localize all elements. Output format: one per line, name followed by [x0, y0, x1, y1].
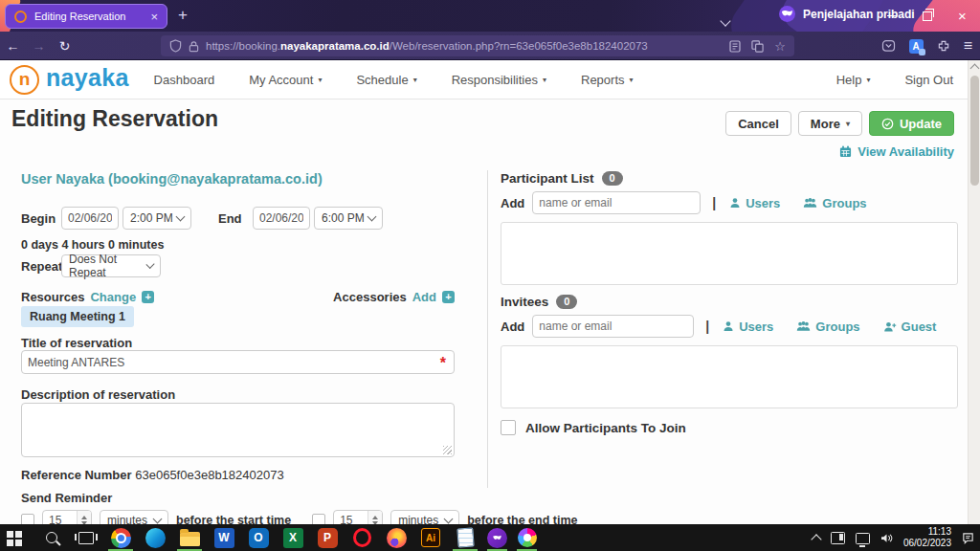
change-resources-link[interactable]: Change: [90, 290, 136, 304]
close-button[interactable]: ×: [945, 0, 980, 32]
plus-square-icon[interactable]: +: [442, 291, 455, 303]
begin-date-input[interactable]: [61, 207, 119, 230]
participant-users-link[interactable]: Users: [729, 196, 780, 210]
extension-puzzle-icon[interactable]: [937, 39, 950, 53]
resize-grip-icon[interactable]: [443, 446, 452, 454]
more-button[interactable]: More▾: [798, 111, 862, 136]
taskbar-firefox[interactable]: [379, 524, 413, 551]
allow-join-checkbox[interactable]: [501, 420, 516, 435]
url-text[interactable]: https://booking.nayakapratama.co.id/Web/…: [206, 40, 723, 52]
reminder-end-stepper[interactable]: 15: [333, 510, 383, 524]
network-icon[interactable]: [856, 533, 870, 544]
nav-item-help[interactable]: Help▾: [836, 73, 871, 87]
nav-item-schedule[interactable]: Schedule▾: [356, 73, 416, 87]
taskbar-clock[interactable]: 11:13 06/02/2023: [903, 526, 951, 549]
tab-title: Editing Reservation: [34, 11, 143, 22]
start-button[interactable]: [0, 524, 34, 551]
duration-text: 0 days 4 hours 0 minutes: [21, 238, 164, 252]
back-icon[interactable]: ←: [0, 38, 26, 54]
description-textarea[interactable]: [21, 403, 455, 457]
new-tab-button[interactable]: +: [178, 5, 188, 26]
lock-icon[interactable]: [189, 40, 199, 53]
participant-add-row: Add | Users Groups: [501, 191, 958, 214]
update-button[interactable]: Update: [869, 111, 954, 136]
end-date-input[interactable]: [253, 207, 310, 230]
users-group-icon: [803, 197, 817, 209]
bookmark-star-icon[interactable]: ☆: [774, 40, 786, 53]
nav-item-dashboard[interactable]: Dashboard: [154, 73, 215, 87]
hamburger-menu-icon[interactable]: ≡: [964, 38, 972, 54]
allow-join-label: Allow Participants To Join: [525, 421, 686, 435]
invitee-guest-link[interactable]: Guest: [883, 320, 937, 334]
taskbar-search-button[interactable]: [34, 524, 69, 551]
scrollbar-up-arrow-icon[interactable]: [970, 64, 980, 74]
reminder-start-unit-select[interactable]: minutes: [100, 510, 168, 524]
tab-list-chevron-icon[interactable]: [722, 11, 730, 20]
repeat-label: Repeat: [21, 259, 61, 274]
taskbar-chrome[interactable]: [103, 524, 138, 551]
task-view-button[interactable]: [69, 524, 103, 551]
translate-page-icon[interactable]: [751, 40, 764, 53]
resources-row: Resources Change + Accessories Add +: [21, 290, 455, 304]
date-range-row: Begin 2:00 PM End 6:00 PM: [21, 207, 383, 230]
taskbar-paint[interactable]: [512, 524, 542, 551]
scrollbar-thumb[interactable]: [970, 76, 979, 186]
invitee-groups-link[interactable]: Groups: [796, 320, 859, 334]
invitee-add-input[interactable]: [532, 315, 694, 338]
taskbar-opera[interactable]: [345, 524, 379, 551]
view-availability-link[interactable]: View Availability: [839, 144, 954, 159]
repeat-select[interactable]: Does Not Repeat: [61, 254, 161, 277]
taskbar-excel[interactable]: X: [276, 524, 310, 551]
taskbar-notepad[interactable]: [448, 524, 482, 551]
taskbar-file-explorer[interactable]: [172, 524, 207, 551]
send-reminder-label: Send Reminder: [21, 491, 112, 505]
plus-square-icon[interactable]: +: [142, 291, 154, 303]
taskbar-powerpoint[interactable]: P: [310, 524, 345, 551]
reminder-start-checkbox[interactable]: [21, 514, 34, 524]
device-icon[interactable]: [831, 532, 845, 544]
participant-add-input[interactable]: [532, 191, 701, 214]
title-input[interactable]: [21, 350, 455, 374]
restore-button[interactable]: [909, 0, 945, 32]
illustrator-icon: Ai: [421, 528, 440, 547]
shield-icon[interactable]: [169, 39, 182, 53]
add-accessories-link[interactable]: Add: [412, 290, 436, 304]
reminder-end-unit-select[interactable]: minutes: [390, 510, 459, 524]
pocket-icon[interactable]: [881, 39, 896, 53]
clock-time: 11:13: [928, 526, 951, 537]
invitee-users-link[interactable]: Users: [723, 320, 773, 334]
browser-tab[interactable]: Editing Reservation ×: [5, 4, 167, 29]
add-label: Add: [501, 196, 524, 210]
nav-item-reports[interactable]: Reports▾: [581, 73, 634, 87]
reader-view-icon[interactable]: [729, 40, 741, 53]
cancel-button[interactable]: Cancel: [725, 111, 791, 136]
participant-groups-link[interactable]: Groups: [803, 196, 866, 210]
nav-item-my-account[interactable]: My Account▾: [249, 73, 322, 87]
end-time-select[interactable]: 6:00 PM: [314, 207, 383, 230]
invitee-add-row: Add | Users Groups: [501, 315, 958, 338]
caret-down-icon: ▾: [866, 76, 870, 84]
tray-chevron-up-icon[interactable]: [811, 534, 821, 544]
nav-item-sign-out[interactable]: Sign Out: [904, 73, 953, 87]
nayaka-logo[interactable]: n nayaka: [10, 65, 129, 95]
nayaka-favicon-icon: [14, 11, 27, 23]
taskbar-edge[interactable]: [138, 524, 172, 551]
reminder-end-checkbox[interactable]: [312, 514, 325, 524]
caret-down-icon: ▾: [413, 76, 417, 84]
speaker-icon[interactable]: [880, 533, 893, 543]
forward-icon[interactable]: →: [26, 38, 52, 54]
taskbar-word[interactable]: W: [207, 524, 241, 551]
taskbar-firefox-private[interactable]: [482, 524, 512, 551]
reminder-start-stepper[interactable]: 15: [42, 510, 92, 524]
translate-icon[interactable]: A: [909, 39, 924, 54]
reload-icon[interactable]: ↻: [52, 38, 78, 54]
page-scrollbar[interactable]: [968, 60, 980, 524]
taskbar-outlook[interactable]: O: [241, 524, 276, 551]
tab-close-icon[interactable]: ×: [150, 11, 158, 23]
minimize-button[interactable]: [874, 0, 909, 32]
url-bar[interactable]: https://booking.nayakapratama.co.id/Web/…: [161, 35, 794, 56]
action-center-icon[interactable]: [962, 532, 974, 544]
taskbar-illustrator[interactable]: Ai: [413, 524, 448, 551]
begin-time-select[interactable]: 2:00 PM: [122, 207, 191, 230]
nav-item-responsibilities[interactable]: Responsibilities▾: [452, 73, 546, 87]
